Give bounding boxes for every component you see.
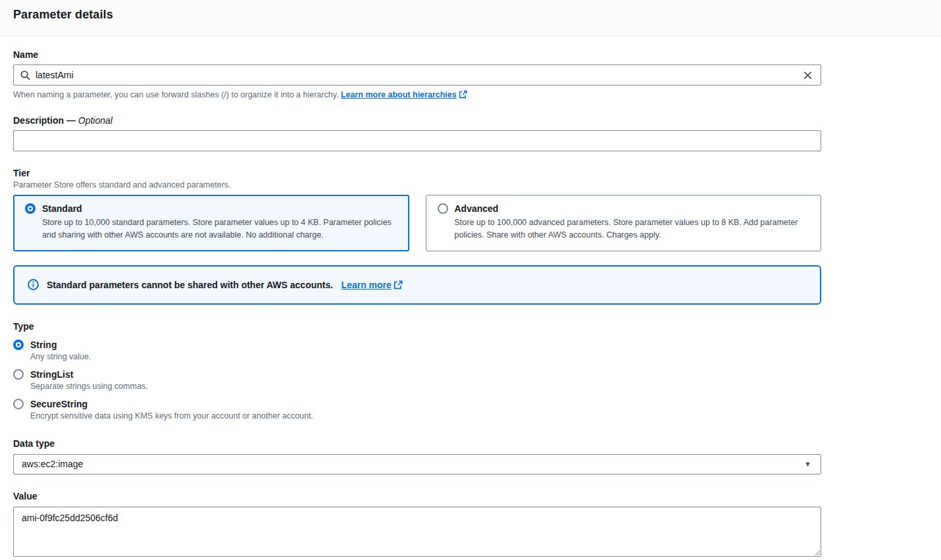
securestring-radio-label: SecureString xyxy=(30,399,88,409)
standard-tile-description: Store up to 10,000 standard parameters. … xyxy=(42,216,397,242)
data-type-field-block: Data type aws:ec2:image ▼ xyxy=(13,438,821,474)
close-icon xyxy=(803,70,813,80)
securestring-radio-description: Encrypt sensitive data using KMS keys fr… xyxy=(30,411,821,420)
info-alert: Standard parameters cannot be shared wit… xyxy=(13,265,821,305)
description-label: Description — Optional xyxy=(13,115,821,126)
name-input-wrap xyxy=(13,64,821,86)
stringlist-radio-row[interactable]: StringList xyxy=(13,369,821,380)
description-input-wrap xyxy=(13,130,821,151)
name-field-block: Name When naming a parameter, you can us… xyxy=(13,49,821,99)
advanced-tile-description: Store up to 100,000 advanced parameters.… xyxy=(455,216,810,242)
type-field-block: Type String Any string value. StringList… xyxy=(13,321,821,420)
tier-tile-standard[interactable]: Standard Store up to 10,000 standard par… xyxy=(13,195,409,251)
tier-tiles: Standard Store up to 10,000 standard par… xyxy=(13,195,821,251)
string-radio-description: Any string value. xyxy=(30,352,821,361)
description-field-block: Description — Optional xyxy=(13,115,821,151)
tier-label: Tier xyxy=(13,168,821,178)
value-textarea[interactable]: ami-0f9fc25dd2506cf6d xyxy=(13,507,821,557)
chevron-down-icon: ▼ xyxy=(804,460,811,468)
value-field-block: Value ami-0f9fc25dd2506cf6d xyxy=(13,491,821,559)
name-label: Name xyxy=(13,49,821,60)
data-type-label: Data type xyxy=(13,438,821,449)
page-title: Parameter details xyxy=(13,8,928,22)
optional-suffix: Optional xyxy=(78,115,113,126)
stringlist-radio-label: StringList xyxy=(30,369,73,380)
type-option-stringlist: StringList Separate strings using commas… xyxy=(13,369,821,391)
name-input[interactable] xyxy=(36,65,801,85)
info-icon xyxy=(28,279,39,290)
parameter-details-page: Parameter details Name When naming a par… xyxy=(0,0,941,560)
advanced-radio[interactable] xyxy=(438,203,448,214)
alert-learn-more-link[interactable]: Learn more xyxy=(342,280,392,290)
data-type-select[interactable]: aws:ec2:image ▼ xyxy=(13,454,821,474)
description-input[interactable] xyxy=(20,131,814,151)
type-option-string: String Any string value. xyxy=(13,340,821,361)
value-label: Value xyxy=(13,491,821,501)
advanced-tile-label: Advanced xyxy=(455,203,499,214)
string-radio[interactable] xyxy=(13,340,24,350)
tier-description: Parameter Store offers standard and adva… xyxy=(13,180,821,190)
clear-name-button[interactable] xyxy=(801,69,814,82)
container-header: Parameter details xyxy=(0,0,941,36)
external-link-icon xyxy=(394,280,403,290)
alert-text: Standard parameters cannot be shared wit… xyxy=(47,280,333,290)
stringlist-radio[interactable] xyxy=(13,369,24,380)
name-helper-text: When naming a parameter, you can use for… xyxy=(13,90,821,99)
type-option-securestring: SecureString Encrypt sensitive data usin… xyxy=(13,399,821,420)
string-radio-label: String xyxy=(30,340,57,350)
data-type-selected-value: aws:ec2:image xyxy=(22,459,83,469)
standard-radio[interactable] xyxy=(25,203,36,214)
string-radio-row[interactable]: String xyxy=(13,340,821,350)
hierarchies-learn-more-link[interactable]: Learn more about hierarchies xyxy=(341,90,457,99)
stringlist-radio-description: Separate strings using commas. xyxy=(30,382,821,391)
securestring-radio[interactable] xyxy=(13,399,24,409)
type-label: Type xyxy=(13,321,821,332)
external-link-icon xyxy=(459,90,467,99)
tier-field-block: Tier Parameter Store offers standard and… xyxy=(13,168,821,251)
securestring-radio-row[interactable]: SecureString xyxy=(13,399,821,409)
form-content: Name When naming a parameter, you can us… xyxy=(0,36,834,559)
standard-tile-label: Standard xyxy=(42,203,82,214)
tier-tile-advanced[interactable]: Advanced Store up to 100,000 advanced pa… xyxy=(426,195,822,251)
search-icon xyxy=(20,70,30,80)
